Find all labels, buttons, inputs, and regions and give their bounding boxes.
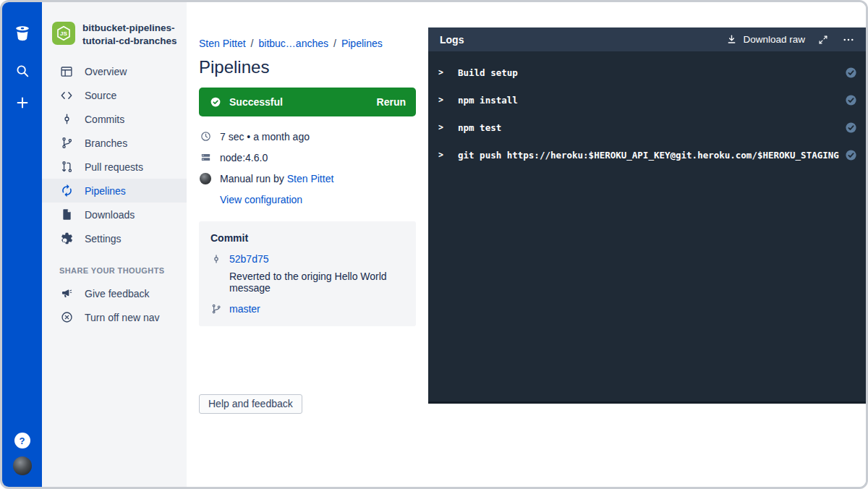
run-user-link[interactable]: Sten Pittet	[287, 173, 334, 184]
log-command: Build setup	[458, 67, 839, 78]
sidebar-section-label: SHARE YOUR THOUGHTS	[59, 266, 187, 275]
sidebar-item-label: Commits	[85, 114, 124, 125]
sidebar-item-label: Settings	[85, 233, 122, 244]
sidebar-item-label: Source	[85, 90, 116, 101]
settings-gear-icon	[59, 231, 74, 246]
downloads-icon	[59, 208, 74, 222]
step-success-check-icon	[845, 67, 857, 79]
turn-off-icon	[59, 310, 74, 325]
pipelines-icon	[59, 184, 74, 198]
commit-heading: Commit	[210, 232, 404, 244]
download-raw-label: Download raw	[743, 34, 805, 45]
sidebar: JS bitbucket-pipelines-tutorial-cd-branc…	[42, 2, 187, 487]
page-title: Pipelines	[199, 57, 416, 77]
logs-title: Logs	[440, 34, 464, 46]
sidebar-item-label: Turn off new nav	[85, 312, 160, 323]
chevron-right-icon: >	[438, 150, 447, 160]
bitbucket-logo-icon[interactable]	[13, 24, 32, 43]
build-image-row: node:4.6.0	[199, 147, 416, 168]
commit-hash-link[interactable]: 52b7d75	[229, 253, 269, 265]
commit-card: Commit 52b7d75 Reverted to the origing H…	[199, 221, 416, 326]
manual-run-prefix: Manual run by	[220, 173, 284, 184]
search-icon[interactable]	[13, 61, 32, 80]
log-step-git-push[interactable]: > git push https://heroku:$HEROKU_API_KE…	[438, 141, 857, 169]
sidebar-item-label: Downloads	[85, 209, 135, 221]
help-and-feedback-button[interactable]: Help and feedback	[199, 394, 302, 414]
sidebar-item-settings[interactable]: Settings	[42, 226, 187, 250]
step-success-check-icon	[845, 94, 857, 106]
commits-icon	[59, 112, 74, 127]
help-icon[interactable]: ?	[14, 433, 30, 448]
profile-avatar[interactable]	[13, 456, 32, 475]
pull-requests-icon	[59, 160, 74, 174]
build-image-text: node:4.6.0	[220, 152, 268, 163]
sidebar-item-commits[interactable]: Commits	[42, 107, 187, 131]
overview-icon	[59, 64, 74, 79]
container-image-icon	[199, 151, 212, 164]
sidebar-item-source[interactable]: Source	[42, 83, 187, 107]
repo-avatar-nodejs-icon: JS	[52, 22, 75, 45]
create-icon[interactable]	[13, 93, 32, 112]
sidebar-item-label: Pipelines	[85, 185, 126, 197]
branches-icon	[59, 136, 74, 150]
breadcrumb-repo-link[interactable]: bitbuc…anches	[258, 38, 328, 49]
runner-avatar	[199, 172, 212, 185]
commit-branch-row: master	[210, 303, 404, 315]
download-icon	[726, 33, 738, 46]
logs-actions: Download raw	[726, 33, 856, 47]
sidebar-item-give-feedback[interactable]: Give feedback	[42, 281, 187, 305]
step-success-check-icon	[845, 122, 857, 134]
view-configuration-row: View configuration	[199, 189, 416, 210]
pipeline-meta: 7 sec • a month ago node:4.6.0 Manual ru…	[199, 126, 416, 210]
chevron-right-icon: >	[438, 95, 447, 105]
logs-header: Logs Download raw	[428, 27, 866, 51]
expand-fullscreen-icon[interactable]	[816, 33, 830, 47]
manual-run-text: Manual run bySten Pittet	[220, 173, 333, 184]
rerun-button[interactable]: Rerun	[377, 96, 406, 108]
step-success-check-icon	[845, 149, 857, 161]
duration-row: 7 sec • a month ago	[199, 126, 416, 147]
commit-message: Reverted to the origing Hello World mess…	[229, 271, 404, 294]
breadcrumb-user-link[interactable]: Sten Pittet	[199, 38, 246, 49]
chevron-right-icon: >	[438, 67, 447, 77]
branch-link[interactable]: master	[229, 303, 260, 315]
megaphone-icon	[59, 286, 74, 301]
status-banner: Successful Rerun	[199, 88, 416, 116]
sidebar-item-turn-off-new-nav[interactable]: Turn off new nav	[42, 305, 187, 329]
commit-icon	[210, 253, 222, 265]
sidebar-item-downloads[interactable]: Downloads	[42, 203, 187, 226]
log-step-npm-install[interactable]: > npm install	[438, 86, 857, 114]
app-window: ? JS bitbucket-pipelines-tutorial-cd-bra…	[0, 0, 868, 489]
status-label: Successful	[229, 96, 283, 108]
log-step-build-setup[interactable]: > Build setup	[438, 59, 857, 86]
svg-text:JS: JS	[60, 30, 68, 37]
breadcrumb-separator: /	[328, 38, 341, 49]
log-command: npm install	[458, 95, 839, 106]
logs-body: > Build setup > npm install > npm test	[428, 51, 866, 169]
sidebar-item-label: Pull requests	[85, 161, 143, 173]
main-content: Sten Pittet/bitbuc…anches/Pipelines Pipe…	[187, 2, 866, 487]
manual-run-row: Manual run bySten Pittet	[199, 168, 416, 189]
chevron-right-icon: >	[438, 122, 447, 132]
breadcrumb: Sten Pittet/bitbuc…anches/Pipelines	[199, 38, 416, 49]
download-raw-button[interactable]: Download raw	[726, 33, 805, 46]
log-command: npm test	[458, 122, 839, 133]
sidebar-item-pull-requests[interactable]: Pull requests	[42, 155, 187, 179]
more-options-icon[interactable]	[841, 33, 856, 47]
sidebar-item-label: Branches	[85, 137, 127, 149]
breadcrumb-pipelines-link[interactable]: Pipelines	[341, 38, 383, 49]
source-icon	[59, 88, 74, 103]
log-step-npm-test[interactable]: > npm test	[438, 114, 857, 141]
repo-header[interactable]: JS bitbucket-pipelines-tutorial-cd-branc…	[42, 22, 187, 48]
log-command: git push https://heroku:$HEROKU_API_KEY@…	[458, 150, 839, 161]
branch-icon	[210, 303, 222, 315]
duration-text: 7 sec • a month ago	[220, 131, 310, 143]
global-nav-rail: ?	[2, 2, 42, 487]
sidebar-item-overview[interactable]: Overview	[42, 59, 187, 83]
sidebar-item-pipelines[interactable]: Pipelines	[42, 179, 187, 203]
sidebar-item-label: Overview	[85, 66, 127, 77]
breadcrumb-separator: /	[246, 38, 259, 49]
sidebar-item-branches[interactable]: Branches	[42, 131, 187, 155]
view-configuration-link[interactable]: View configuration	[220, 194, 302, 205]
logs-panel: Logs Download raw	[428, 27, 866, 404]
